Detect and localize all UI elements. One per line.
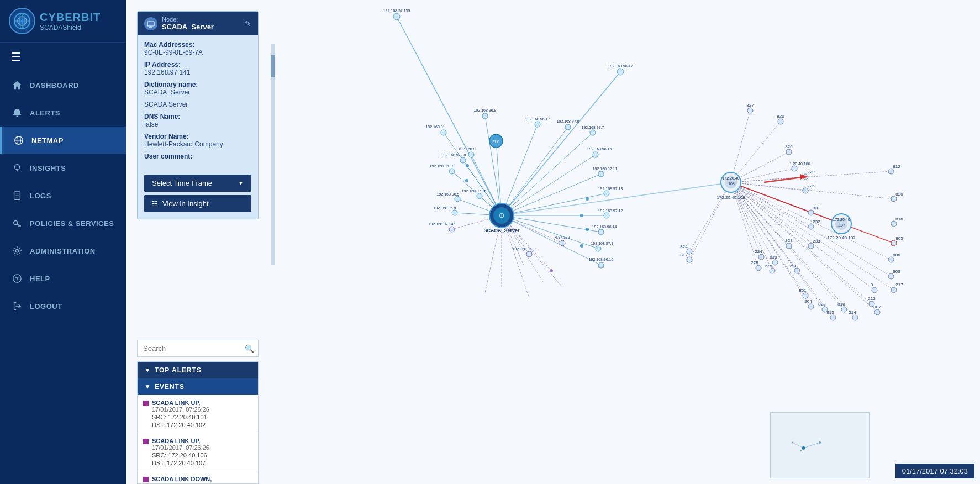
svg-point-108 [535,122,540,127]
search-bar: 🔍 [137,340,259,357]
svg-point-186 [756,265,761,271]
svg-text:192.168.97.7: 192.168.97.7 [582,125,604,129]
svg-point-216 [586,228,589,231]
svg-text:192.168.91: 192.168.91 [425,125,445,129]
comment-label: User comment: [144,152,251,160]
dict-name-field: Dictionary name: SCADA_Server [144,81,251,96]
search-input[interactable] [137,340,259,357]
svg-text:192.168.97.139: 192.168.97.139 [383,9,410,13]
collapse-top-alerts-icon: ▼ [144,366,151,374]
svg-text:217: 217 [895,282,903,287]
timeframe-label: Select Time Frame [152,179,212,187]
dns-name-field: DNS Name: false [144,113,251,128]
svg-text:192.168.97.9: 192.168.97.9 [591,241,614,245]
dns-value: false [144,120,251,128]
timestamp-badge: 01/17/2017 07:32:03 [895,464,974,478]
svg-text:827: 827 [746,103,754,108]
sidebar-item-alerts[interactable]: ALERTS [0,99,126,127]
sidebar-item-logs[interactable]: LOGS [0,182,126,209]
event-src-text: SRC: 172.20.40.101 [152,414,209,420]
svg-point-128 [604,213,609,218]
event-date-text: 17/01/2017, 07:26:26 [152,444,209,451]
event-dst-text: DST: 172.20.40.102 [152,422,209,428]
svg-text:812: 812 [893,164,900,169]
svg-point-150 [778,119,783,124]
sidebar-item-dashboard[interactable]: DASHBOARD [0,71,126,99]
event-type-row: SCADA LINK DOWN, [143,476,252,482]
select-timeframe-button[interactable]: Select Time Frame ▼ [144,175,251,192]
svg-text:801: 801 [799,288,807,293]
svg-text:192.168.9: 192.168.9 [458,147,475,151]
sidebar-item-admin[interactable]: ADMINISTRATION [0,237,126,265]
svg-text:192.168.96.11: 192.168.96.11 [513,247,538,251]
svg-point-172 [808,243,814,249]
svg-text:213: 213 [868,296,876,301]
svg-point-14 [15,249,18,252]
node-buttons: Select Time Frame ▼ ☷ View in Insight [138,170,258,219]
svg-text:192.168.96.8: 192.168.96.8 [474,108,497,112]
event-item[interactable]: SCADA LINK UP, 17/01/2017, 07:26:26 SRC:… [138,433,258,471]
svg-point-138 [560,240,565,246]
search-icon[interactable]: 🔍 [245,344,254,353]
map-area[interactable]: ⓘ SCADA_Server 172.20.40 .108 172.20.40.… [126,0,980,484]
panel-scrollbar[interactable] [271,44,275,265]
node-panel: Node: SCADA_Server ✎ Mac Addresses: 9C-8… [137,11,259,219]
event-type-text: SCADA LINK DOWN, [152,476,212,482]
sidebar-item-label: POLICIES & SERVICES [30,219,114,228]
svg-line-21 [502,127,568,215]
key-icon [11,217,23,229]
svg-text:275: 275 [765,264,772,269]
edit-icon[interactable]: ✎ [245,19,251,28]
top-alerts-header[interactable]: ▼ TOP ALERTS [138,362,258,378]
svg-line-50 [731,122,781,182]
sidebar: CYBERBIT SCADAShield ☰ DASHBOARD ALERTS … [0,0,126,484]
event-content: SCADA LINK UP, 17/01/2017, 07:26:26 SRC:… [152,438,209,466]
svg-text:214: 214 [849,310,856,315]
sidebar-item-insights[interactable]: INSIGHTS [0,154,126,182]
svg-text:4.97.172: 4.97.172 [555,235,570,239]
svg-text:192.168.96.19: 192.168.96.19 [430,164,455,168]
sidebar-item-policies[interactable]: POLICIES & SERVICES [0,209,126,237]
menu-toggle-button[interactable]: ☰ [0,43,126,71]
svg-point-184 [888,257,894,262]
minimap[interactable] [770,412,870,478]
dropdown-arrow-icon: ▼ [238,180,244,186]
svg-text:823: 823 [785,238,793,243]
svg-text:.107: .107 [837,223,845,227]
sidebar-item-logout[interactable]: LOGOUT [0,292,126,320]
svg-point-188 [770,268,775,273]
event-dot-icon [143,401,149,406]
sidebar-item-label: LOGS [30,192,51,200]
svg-line-65 [731,182,761,257]
svg-text:192.168.96.10: 192.168.96.10 [589,257,614,261]
svg-line-49 [731,111,750,182]
sidebar-item-netmap[interactable]: NETMAP [0,127,126,154]
event-content: SCADA LINK UP, 17/01/2017, 07:26:26 SRC:… [152,399,209,428]
logo-icon [9,8,35,34]
brand-primary: CYBER [40,11,81,23]
svg-point-194 [803,293,808,298]
svg-point-152 [786,149,792,155]
svg-text:192.168.96.47: 192.168.96.47 [608,64,633,68]
dict-label: Dictionary name: [144,81,251,88]
event-dst-text: DST: 172.20.40.107 [152,460,209,466]
svg-text:809: 809 [893,269,900,274]
svg-point-120 [460,157,466,163]
logo: CYBERBIT SCADAShield [0,0,126,43]
view-in-insight-button[interactable]: ☷ View in Insight [144,195,251,212]
node-type-icon [144,17,157,30]
sidebar-item-help[interactable]: ? HELP [0,265,126,292]
events-header[interactable]: ▼ EVENTS [138,378,258,395]
svg-point-218 [465,179,468,182]
svg-line-30 [502,215,601,265]
svg-text:224: 224 [755,249,762,254]
svg-line-24 [502,155,596,215]
svg-point-118 [468,152,474,157]
event-item[interactable]: SCADA LINK DOWN, [138,471,258,483]
svg-text:192.168.96.5: 192.168.96.5 [437,192,460,196]
event-item[interactable]: SCADA LINK UP, 17/01/2017, 07:26:26 SRC:… [138,395,258,433]
svg-text:826: 826 [785,144,793,149]
event-type-row: SCADA LINK UP, 17/01/2017, 07:26:26 SRC:… [143,438,252,466]
svg-line-80 [731,182,855,318]
svg-text:233: 233 [813,239,820,244]
